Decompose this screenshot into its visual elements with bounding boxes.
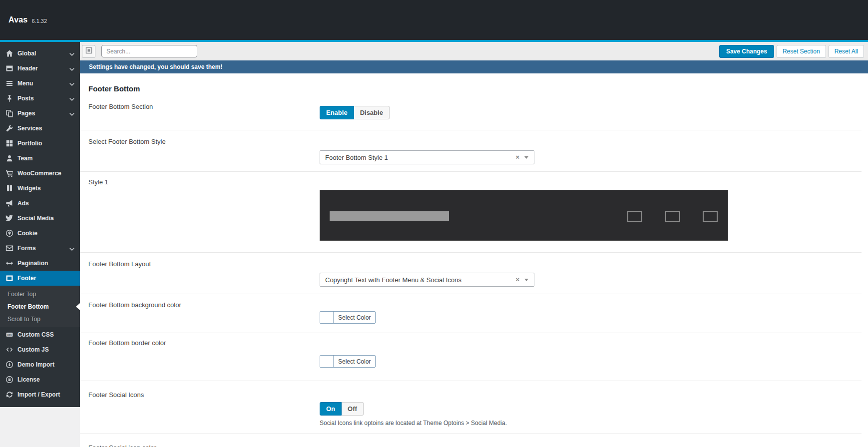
sidebar-item-custom-js[interactable]: Custom JS bbox=[0, 342, 80, 357]
footer-bottom-layout-select[interactable]: Copyright Text with Footer Menu & Social… bbox=[320, 273, 534, 287]
pushpin-icon bbox=[5, 94, 13, 102]
left-right-arrow-icon bbox=[5, 259, 13, 267]
envelope-icon bbox=[5, 244, 13, 252]
option-row-footer-bottom-layout: Footer Bottom LayoutCopyright Text with … bbox=[80, 253, 862, 294]
clear-selection-icon[interactable]: × bbox=[515, 276, 519, 283]
header-icon bbox=[5, 64, 13, 72]
sidebar-item-footer[interactable]: Footer bbox=[0, 271, 80, 286]
twitter-icon bbox=[5, 214, 13, 222]
clear-selection-icon[interactable]: × bbox=[515, 154, 519, 160]
sidebar-item-global[interactable]: Global bbox=[0, 46, 80, 61]
admin-top-bar: Avas 6.1.32 bbox=[0, 0, 868, 40]
color-swatch[interactable] bbox=[320, 312, 334, 323]
chevron-down-icon bbox=[69, 80, 75, 89]
option-row-footer-social-icons: Footer Social IconsOnOffSocial Icons lin… bbox=[80, 381, 862, 434]
sidebar-item-import-export[interactable]: Import / Export bbox=[0, 387, 80, 402]
select-color-button[interactable]: Select Color bbox=[334, 356, 375, 367]
sidebar-item-label: Widgets bbox=[17, 185, 41, 192]
chevron-down-icon bbox=[69, 65, 75, 74]
sidebar-item-team[interactable]: Team bbox=[0, 151, 80, 166]
brand-version: 6.1.32 bbox=[31, 18, 47, 24]
hamburger-icon bbox=[5, 79, 13, 87]
sidebar-subitem-scroll-to-top[interactable]: Scroll to Top bbox=[0, 313, 80, 325]
download-circle-icon bbox=[5, 361, 13, 369]
sync-arrows-icon bbox=[5, 391, 13, 399]
chevron-down-icon bbox=[69, 110, 75, 119]
person-icon bbox=[5, 154, 13, 162]
option-label: Select Footer Bottom Style bbox=[88, 138, 320, 171]
sidebar-item-widgets[interactable]: Widgets bbox=[0, 181, 80, 196]
on-button[interactable]: On bbox=[320, 402, 342, 416]
sidebar-item-pagination[interactable]: Pagination bbox=[0, 256, 80, 271]
enable-button[interactable]: Enable bbox=[320, 106, 354, 119]
save-changes-button[interactable]: Save Changes bbox=[719, 45, 774, 58]
footer-bottom-background-color-picker: Select Color bbox=[320, 311, 376, 324]
option-control: Copyright Text with Footer Menu & Social… bbox=[320, 273, 862, 294]
sidebar-menu: GlobalHeaderMenuPostsPagesServicesPortfo… bbox=[0, 42, 80, 407]
sidebar-item-label: Menu bbox=[17, 80, 33, 87]
main-panel: Save Changes Reset Section Reset All Set… bbox=[80, 42, 868, 447]
color-swatch[interactable] bbox=[320, 356, 334, 367]
panel-toggle-button[interactable] bbox=[82, 45, 95, 58]
sidebar-item-social-media[interactable]: Social Media bbox=[0, 211, 80, 226]
preview-social-icon-placeholder bbox=[703, 211, 718, 222]
option-label: Footer Social icon color bbox=[88, 444, 320, 447]
option-row-style-1: Style 1 bbox=[80, 172, 862, 253]
option-control: Select Color bbox=[320, 355, 862, 381]
option-control: Select Color bbox=[320, 311, 862, 333]
sidebar-item-pages[interactable]: Pages bbox=[0, 106, 80, 121]
sidebar-item-menu[interactable]: Menu bbox=[0, 76, 80, 91]
option-control: Footer Bottom Style 1× bbox=[320, 150, 862, 171]
sidebar-item-demo-import[interactable]: Demo Import bbox=[0, 357, 80, 372]
megaphone-icon bbox=[5, 199, 13, 207]
option-control: EnableDisable bbox=[320, 106, 862, 130]
sidebar-item-custom-css[interactable]: cssCustom CSS bbox=[0, 327, 80, 342]
svg-text:css: css bbox=[7, 333, 12, 336]
sidebar-item-label: Footer bbox=[17, 275, 36, 282]
reset-all-button[interactable]: Reset All bbox=[829, 45, 864, 58]
dropdown-caret-icon[interactable] bbox=[524, 279, 528, 281]
sidebar-subitem-label: Footer Top bbox=[7, 291, 36, 298]
option-label: Footer Bottom Layout bbox=[88, 260, 320, 294]
sidebar-submenu-footer: Footer TopFooter BottomScroll to Top bbox=[0, 286, 80, 327]
sidebar-item-woocommerce[interactable]: WooCommerce bbox=[0, 166, 80, 181]
disable-button[interactable]: Disable bbox=[354, 106, 390, 119]
reset-section-button[interactable]: Reset Section bbox=[777, 45, 826, 58]
wrench-icon bbox=[5, 124, 13, 132]
sidebar-subitem-label: Scroll to Top bbox=[7, 316, 40, 323]
sidebar-item-label: WooCommerce bbox=[17, 170, 61, 177]
cookie-icon bbox=[5, 229, 13, 237]
select-color-button[interactable]: Select Color bbox=[334, 312, 375, 323]
sidebar-item-label: Team bbox=[17, 155, 32, 162]
sidebar-item-label: Ads bbox=[17, 200, 29, 207]
sidebar-item-services[interactable]: Services bbox=[0, 121, 80, 136]
sidebar-subitem-footer-top[interactable]: Footer Top bbox=[0, 288, 80, 300]
option-row-footer-bottom-section: Footer Bottom SectionEnableDisable bbox=[80, 98, 862, 130]
footer-social-icons-buttonset: OnOff bbox=[320, 402, 364, 416]
current-item-pointer-icon bbox=[76, 303, 80, 310]
sidebar-filler bbox=[0, 407, 80, 447]
sidebar-item-label: Social Media bbox=[17, 215, 54, 222]
dropdown-caret-icon[interactable] bbox=[524, 156, 528, 159]
option-label: Footer Bottom border color bbox=[88, 339, 320, 381]
select-footer-bottom-style-select[interactable]: Footer Bottom Style 1× bbox=[320, 150, 534, 164]
sidebar-item-header[interactable]: Header bbox=[0, 61, 80, 76]
sidebar-item-label: Pages bbox=[17, 110, 35, 117]
option-label: Footer Bottom Section bbox=[88, 103, 320, 130]
option-row-footer-bottom-border-color: Footer Bottom border colorSelect Color bbox=[80, 333, 862, 381]
sidebar-item-ads[interactable]: Ads bbox=[0, 196, 80, 211]
search-input[interactable] bbox=[101, 45, 197, 57]
sidebar-item-forms[interactable]: Forms bbox=[0, 241, 80, 256]
sidebar-subitem-footer-bottom[interactable]: Footer Bottom bbox=[0, 300, 80, 313]
sidebar-item-cookie[interactable]: Cookie bbox=[0, 226, 80, 241]
sidebar-item-label: Portfolio bbox=[17, 140, 42, 147]
off-button[interactable]: Off bbox=[342, 402, 364, 416]
code-icon bbox=[5, 346, 13, 354]
sidebar-item-license[interactable]: License bbox=[0, 372, 80, 387]
home-icon bbox=[5, 49, 13, 57]
chevron-down-icon bbox=[69, 245, 75, 254]
footer-icon bbox=[5, 274, 13, 282]
sidebar-item-portfolio[interactable]: Portfolio bbox=[0, 136, 80, 151]
sidebar-item-posts[interactable]: Posts bbox=[0, 91, 80, 106]
sidebar-item-label: Pagination bbox=[17, 260, 48, 267]
